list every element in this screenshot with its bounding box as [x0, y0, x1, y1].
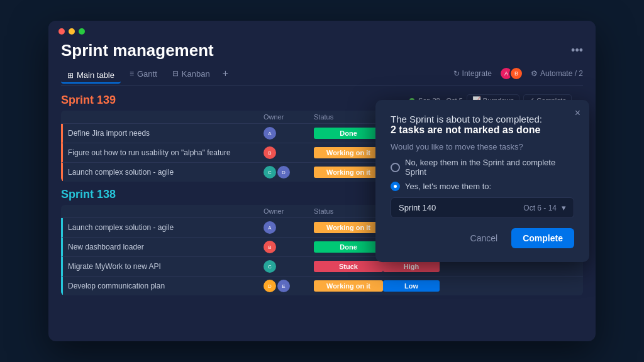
modal-actions: Cancel Complete — [391, 228, 574, 248]
sprint-select-name: Sprint 140 — [399, 203, 436, 212]
radio-no-label: No, keep them in the Sprint and complete… — [405, 158, 574, 177]
modal-close-button[interactable]: × — [575, 107, 580, 119]
sprint-select-date: Oct 6 - 14 — [523, 204, 557, 212]
app-window: Sprint management ••• ⊞ Main table ≡ Gan… — [48, 21, 596, 341]
radio-option-no[interactable]: No, keep them in the Sprint and complete… — [391, 158, 574, 177]
radio-no-circle — [391, 163, 400, 172]
chevron-down-icon: ▾ — [562, 203, 566, 212]
modal-title-text: The Sprint is about to be completed: — [391, 114, 542, 124]
modal-subtitle-text: 2 tasks are not marked as done — [391, 124, 574, 136]
radio-yes-label: Yes, let's move them to: — [405, 182, 491, 191]
complete-sprint-modal: × The Sprint is about to be completed: 2… — [375, 100, 589, 262]
radio-yes-circle — [391, 182, 400, 191]
sprint-select-dropdown[interactable]: Sprint 140 Oct 6 - 14 ▾ — [391, 197, 574, 218]
complete-button[interactable]: Complete — [511, 228, 574, 248]
modal-question: Would you like to move these tasks? — [391, 142, 574, 151]
modal-title: The Sprint is about to be completed: 2 t… — [391, 114, 574, 136]
radio-option-yes[interactable]: Yes, let's move them to: — [391, 182, 574, 191]
modal-overlay: × The Sprint is about to be completed: 2… — [48, 21, 596, 341]
cancel-button[interactable]: Cancel — [463, 228, 506, 248]
